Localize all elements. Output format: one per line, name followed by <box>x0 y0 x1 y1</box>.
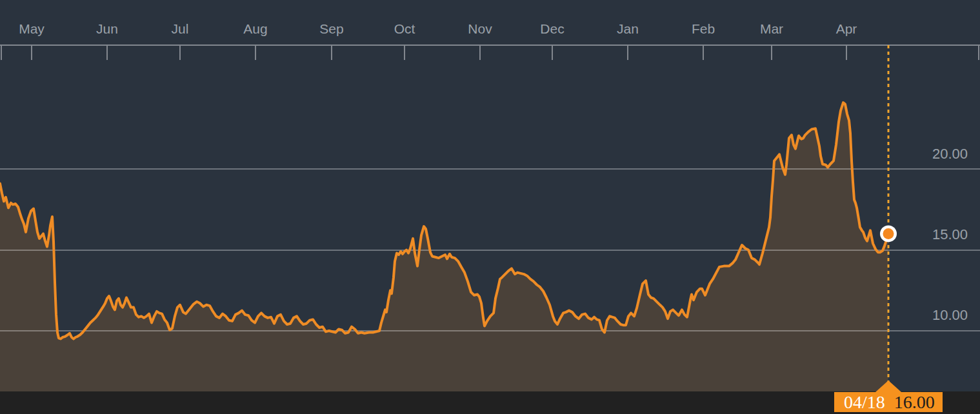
last-price-tooltip[interactable]: 04/18 16.00 <box>834 392 943 412</box>
month-label-Nov: Nov <box>468 21 492 36</box>
month-label-Jan: Jan <box>617 21 639 36</box>
tooltip-pointer-triangle <box>875 380 901 392</box>
month-label-Dec: Dec <box>540 21 564 36</box>
month-label-May: May <box>19 21 45 36</box>
tooltip-value: 16.00 <box>894 392 935 412</box>
month-label-Jun: Jun <box>96 21 118 36</box>
month-label-Feb: Feb <box>692 21 715 36</box>
plot-area[interactable] <box>0 45 980 391</box>
month-label-Oct: Oct <box>394 21 415 36</box>
month-label-Apr: Apr <box>836 21 857 36</box>
month-label-Sep: Sep <box>319 21 343 36</box>
month-label-Jul: Jul <box>172 21 189 36</box>
price-chart-window: MayJunJulAugSepOctNovDecJanFebMarApr 20.… <box>0 0 980 414</box>
tooltip-date: 04/18 <box>844 392 885 412</box>
bottom-bar <box>0 391 980 414</box>
month-label-Mar: Mar <box>760 21 783 36</box>
month-label-Aug: Aug <box>243 21 267 36</box>
price-chart: MayJunJulAugSepOctNovDecJanFebMarApr 20.… <box>0 0 980 414</box>
